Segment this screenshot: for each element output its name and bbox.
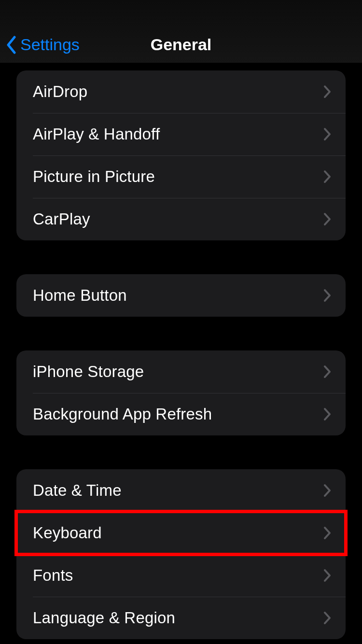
back-button[interactable]: Settings — [6, 35, 80, 54]
row-carplay[interactable]: CarPlay — [16, 198, 346, 240]
row-label: iPhone Storage — [33, 363, 144, 381]
row-label: CarPlay — [33, 210, 90, 228]
row-label: Language & Region — [33, 609, 175, 627]
chevron-right-icon — [323, 569, 331, 582]
chevron-right-icon — [323, 526, 331, 540]
settings-group: iPhone StorageBackground App Refresh — [16, 350, 346, 435]
row-label: Keyboard — [33, 524, 102, 542]
settings-content: AirDropAirPlay & HandoffPicture in Pictu… — [0, 70, 362, 639]
settings-group: AirDropAirPlay & HandoffPicture in Pictu… — [16, 70, 346, 240]
row-label: Date & Time — [33, 481, 122, 500]
row-label: Fonts — [33, 566, 73, 585]
row-home-button[interactable]: Home Button — [16, 274, 346, 317]
back-label: Settings — [20, 35, 80, 54]
chevron-right-icon — [323, 289, 331, 302]
chevron-right-icon — [323, 170, 331, 183]
chevron-left-icon — [6, 36, 16, 54]
row-label: AirDrop — [33, 83, 87, 101]
row-label: Background App Refresh — [33, 405, 212, 423]
row-label: Home Button — [33, 286, 127, 305]
row-keyboard[interactable]: Keyboard — [16, 512, 346, 554]
row-label: AirPlay & Handoff — [33, 125, 160, 143]
chevron-right-icon — [323, 212, 331, 226]
chevron-right-icon — [323, 407, 331, 421]
navigation-bar: Settings General — [0, 0, 362, 63]
row-airdrop[interactable]: AirDrop — [16, 70, 346, 113]
row-airplay-handoff[interactable]: AirPlay & Handoff — [16, 113, 346, 155]
row-date-time[interactable]: Date & Time — [16, 469, 346, 512]
chevron-right-icon — [323, 85, 331, 98]
row-picture-in-picture[interactable]: Picture in Picture — [16, 155, 346, 198]
settings-group: Home Button — [16, 274, 346, 317]
chevron-right-icon — [323, 484, 331, 497]
row-fonts[interactable]: Fonts — [16, 554, 346, 597]
settings-group: Date & TimeKeyboardFontsLanguage & Regio… — [16, 469, 346, 639]
row-background-app-refresh[interactable]: Background App Refresh — [16, 393, 346, 435]
row-iphone-storage[interactable]: iPhone Storage — [16, 350, 346, 393]
chevron-right-icon — [323, 365, 331, 378]
chevron-right-icon — [323, 611, 331, 625]
row-language-region[interactable]: Language & Region — [16, 597, 346, 639]
chevron-right-icon — [323, 127, 331, 141]
row-label: Picture in Picture — [33, 168, 155, 186]
